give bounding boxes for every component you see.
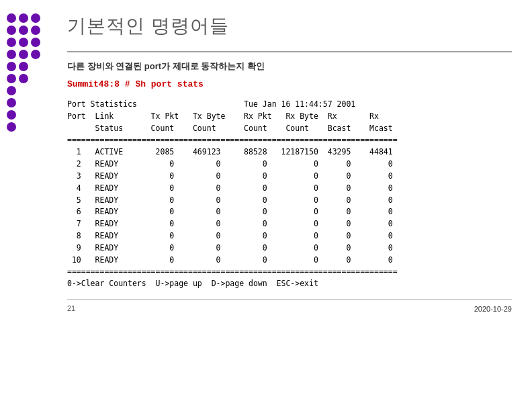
decorative-dot [7,122,16,132]
decorative-dot [31,13,40,23]
slide-number: 21 [67,304,75,312]
decorative-dot [19,26,28,35]
page-title: 기본적인 명령어들 [67,13,512,39]
decorative-dots [0,0,47,411]
decorative-dot [7,38,16,47]
subtitle: 다른 장비와 연결된 port가 제대로 동작하는지 확인 [67,60,512,73]
decorative-dot [7,110,16,120]
decorative-dot [19,50,28,59]
main-content: 기본적인 명령어들 다른 장비와 연결된 port가 제대로 동작하는지 확인 … [47,0,532,411]
decorative-dot [19,74,28,83]
decorative-dot [7,50,16,59]
decorative-dot [31,50,40,59]
decorative-dot [31,38,40,47]
terminal-block: Port Statistics Tue Jan 16 11:44:57 2001… [67,99,512,290]
command-line: Summit48:8 # Sh port stats [67,79,512,89]
footer-date: 2020-10-29 [474,305,512,313]
decorative-dot [31,26,40,35]
decorative-dot [7,13,16,23]
decorative-dot [19,38,28,47]
decorative-dot [19,13,28,23]
decorative-dot [19,62,28,71]
decorative-dot [7,62,16,71]
top-divider [67,51,512,52]
terminal-output: Port Statistics Tue Jan 16 11:44:57 2001… [67,99,512,290]
decorative-dot [7,26,16,35]
decorative-dot [7,86,16,95]
decorative-dot [7,98,16,107]
bottom-divider [67,300,512,300]
decorative-dot [7,74,16,83]
